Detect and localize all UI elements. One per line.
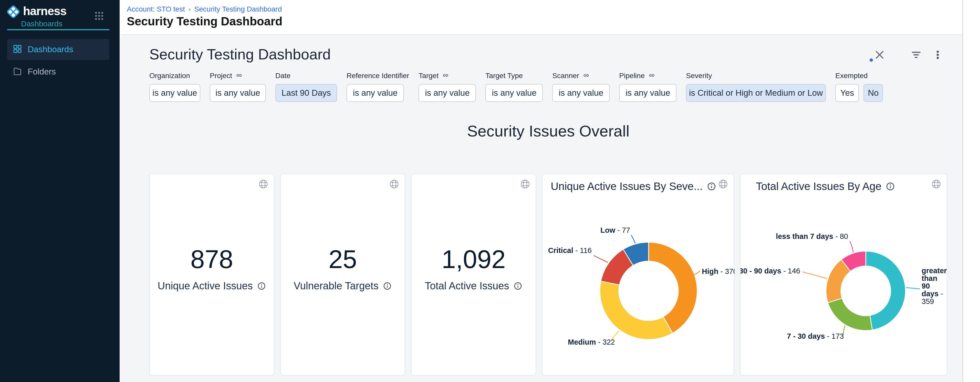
chart-title: Total Active Issues By Age <box>756 180 881 193</box>
module-grid-icon[interactable] <box>94 11 104 22</box>
brand-row: harness <box>7 4 66 18</box>
stat-label: Total Active Issues <box>425 280 509 292</box>
filter-value-date[interactable]: Last 90 Days <box>275 84 337 102</box>
link-icon <box>648 72 655 80</box>
harness-logo-icon[interactable] <box>6 5 21 19</box>
cards-row: 878Unique Active Issues 25Vulnerable Tar… <box>150 174 947 376</box>
sidebar-item-label: Dashboards <box>28 44 73 54</box>
label-leader-line <box>802 272 827 279</box>
donut-segment-greater-than-90-days[interactable] <box>866 251 905 330</box>
filter-value-target-type[interactable]: is any value <box>485 84 543 102</box>
kebab-menu-icon[interactable] <box>932 50 943 61</box>
label-leader-line <box>850 241 853 252</box>
filter-bar: Organizationis any valueProject is any v… <box>150 71 883 102</box>
explore-globe-icon[interactable] <box>389 179 399 190</box>
link-icon <box>235 72 243 80</box>
donut-segment-7-30-days[interactable] <box>828 298 872 331</box>
donut-label: days - <box>921 290 943 298</box>
filter-value-project[interactable]: is any value <box>210 84 266 102</box>
label-leader-line <box>594 255 608 262</box>
breadcrumb-chevron-icon: › <box>189 5 191 13</box>
info-icon[interactable] <box>707 182 716 191</box>
explore-globe-icon[interactable] <box>520 179 530 190</box>
cursor-dot <box>870 59 873 62</box>
brand-name: harness <box>23 4 66 18</box>
donut-label: greater <box>921 266 947 275</box>
chart-title: Unique Active Issues By Seve... <box>551 180 703 193</box>
filter-label: Organization <box>150 72 190 80</box>
filter-value-organization[interactable]: is any value <box>150 84 200 102</box>
stat-value: 1,092 <box>412 246 536 272</box>
filter-label: Severity <box>686 72 712 80</box>
filter-value-target[interactable]: is any value <box>418 84 476 102</box>
filter-group-date: DateLast 90 Days <box>275 71 337 102</box>
page-title: Security Testing Dashboard <box>127 14 283 28</box>
donut-label: 359 <box>921 297 934 306</box>
filter-group-target: Target is any value <box>418 71 476 102</box>
sidebar-item-dashboards[interactable]: Dashboards <box>7 39 109 60</box>
link-icon <box>442 72 449 80</box>
filter-label: Reference Identifier <box>347 72 409 80</box>
sidebar: harness Dashboards Dashboards <box>0 0 119 382</box>
stat-value: 878 <box>150 246 274 272</box>
donut-label: 90 <box>921 282 930 290</box>
donut-label: 30 - 90 days - 146 <box>740 267 800 275</box>
filter-label: Scanner <box>552 72 579 80</box>
filter-icon[interactable] <box>911 50 921 61</box>
stat-card-unique-active-issues: 878Unique Active Issues <box>150 174 274 376</box>
filter-label: Project <box>210 72 232 80</box>
label-leader-line <box>906 287 920 289</box>
scrollbar-track[interactable] <box>963 0 980 382</box>
stat-label: Vulnerable Targets <box>294 280 378 292</box>
donut-segment-medium[interactable] <box>600 281 673 339</box>
donut-label: High - 370 <box>702 267 735 276</box>
donut-chart: High - 370Medium - 322Critical - 116Low … <box>542 174 735 375</box>
donut-label: 7 - 30 days - 173 <box>787 332 844 340</box>
donut-chart: greaterthan90days -3597 - 30 days - 1733… <box>740 174 948 375</box>
filter-group-pipeline: Pipeline is any value <box>619 71 676 102</box>
filter-label: Date <box>275 72 291 80</box>
breadcrumb-account-link[interactable]: Account: STO test <box>127 5 185 13</box>
chart-card-unique-active-issues-by-seve: High - 370Medium - 322Critical - 116Low … <box>542 174 734 376</box>
filter-group-organization: Organizationis any value <box>150 71 200 102</box>
filter-group-target-type: Target Typeis any value <box>485 71 543 102</box>
info-icon[interactable] <box>257 281 266 291</box>
filter-toggle-no[interactable]: No <box>864 84 883 102</box>
donut-label: Low - 77 <box>600 226 630 234</box>
filter-group-project: Project is any value <box>210 71 266 102</box>
info-icon[interactable] <box>886 182 895 191</box>
filter-value-reference-identifier[interactable]: is any value <box>347 84 404 102</box>
top-header: Account: STO test › Security Testing Das… <box>119 0 963 35</box>
donut-label: Critical - 116 <box>548 246 592 255</box>
info-icon[interactable] <box>383 281 392 291</box>
filter-value-severity[interactable]: is Critical or High or Medium or Low <box>686 84 826 102</box>
filter-toggle-yes[interactable]: Yes <box>835 84 859 102</box>
filter-group-exempted: ExemptedYesNo <box>835 71 883 102</box>
filter-group-reference-identifier: Reference Identifieris any value <box>347 71 409 102</box>
explore-globe-icon[interactable] <box>931 179 941 190</box>
breadcrumb-page-link[interactable]: Security Testing Dashboard <box>194 5 282 13</box>
info-icon[interactable] <box>513 281 523 291</box>
stat-card-total-active-issues: 1,092Total Active Issues <box>411 174 536 376</box>
sidebar-item-folders[interactable]: Folders <box>7 65 109 79</box>
section-title: Security Issues Overall <box>150 122 947 140</box>
donut-label: less than 7 days - 80 <box>776 232 848 241</box>
sidebar-item-label: Folders <box>28 67 56 76</box>
chart-card-total-active-issues-by-age: greaterthan90days -3597 - 30 days - 1733… <box>740 174 947 376</box>
stat-label: Unique Active Issues <box>158 280 253 292</box>
stat-card-vulnerable-targets: 25Vulnerable Targets <box>280 174 405 376</box>
close-icon[interactable] <box>875 50 885 61</box>
folder-icon <box>13 67 22 77</box>
donut-label: Medium - 322 <box>568 338 615 346</box>
explore-globe-icon[interactable] <box>718 179 728 190</box>
dashboard-content: Security Testing Dashboard Organizationi… <box>119 35 963 382</box>
filter-value-pipeline[interactable]: is any value <box>619 84 676 102</box>
harness-dashboard-app: Account: STO test › Security Testing Das… <box>0 0 980 382</box>
filter-value-scanner[interactable]: is any value <box>552 84 609 102</box>
explore-globe-icon[interactable] <box>258 179 268 190</box>
label-leader-line <box>631 235 635 244</box>
filter-label: Target Type <box>485 72 523 80</box>
filter-label: Pipeline <box>619 72 645 80</box>
dashboards-icon <box>13 44 22 54</box>
dashboard-heading: Security Testing Dashboard <box>150 46 331 63</box>
